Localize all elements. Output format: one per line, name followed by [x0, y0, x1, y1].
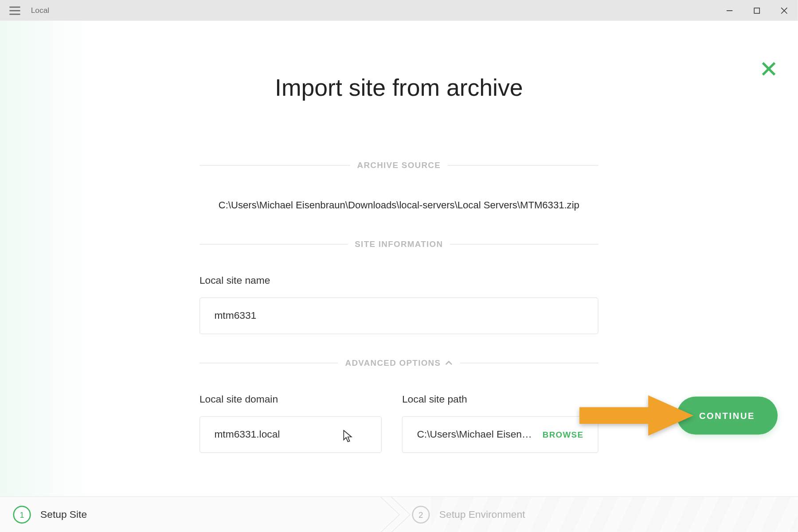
hamburger-menu-icon[interactable] — [9, 6, 20, 15]
section-site-information: SITE INFORMATION — [200, 239, 598, 249]
step-bar: 1 Setup Site 2 Setup Environment — [0, 496, 798, 532]
step-number: 1 — [13, 505, 31, 523]
section-label: ADVANCED OPTIONS — [345, 358, 441, 367]
page-title: Import site from archive — [0, 21, 798, 101]
step-label: Setup Environment — [439, 509, 525, 520]
step-label: Setup Site — [40, 509, 87, 520]
main-content: Import site from archive ARCHIVE SOURCE … — [0, 21, 798, 497]
site-path-box: C:\Users\Michael Eisen… BROWSE — [402, 416, 598, 453]
site-domain-input-field[interactable] — [214, 429, 367, 441]
window-close-button[interactable] — [771, 0, 798, 21]
step-setup-environment: 2 Setup Environment — [399, 497, 798, 532]
window-maximize-button[interactable] — [743, 0, 771, 21]
step-setup-site: 1 Setup Site — [0, 497, 399, 532]
section-label: SITE INFORMATION — [348, 239, 450, 249]
continue-button[interactable]: CONTINUE — [677, 396, 778, 434]
site-name-input[interactable] — [200, 297, 598, 334]
site-domain-label: Local site domain — [200, 394, 382, 406]
close-dialog-button[interactable] — [761, 61, 777, 79]
section-archive-source: ARCHIVE SOURCE — [200, 160, 598, 170]
chevron-up-icon — [444, 358, 453, 367]
site-name-label: Local site name — [200, 275, 598, 287]
app-title: Local — [31, 6, 50, 15]
step-divider — [378, 497, 420, 532]
window-minimize-button[interactable] — [716, 0, 743, 21]
archive-path-text: C:\Users\Michael Eisenbraun\Downloads\lo… — [200, 200, 598, 211]
site-domain-input[interactable] — [200, 416, 382, 453]
browse-button[interactable]: BROWSE — [543, 430, 583, 439]
site-name-input-field[interactable] — [214, 310, 583, 322]
titlebar: Local — [0, 0, 798, 21]
site-path-label: Local site path — [402, 394, 598, 406]
section-advanced-options[interactable]: ADVANCED OPTIONS — [200, 358, 598, 367]
window-controls — [716, 0, 798, 21]
site-path-text: C:\Users\Michael Eisen… — [417, 429, 532, 441]
svg-rect-1 — [754, 8, 759, 13]
section-label: ARCHIVE SOURCE — [350, 160, 448, 170]
